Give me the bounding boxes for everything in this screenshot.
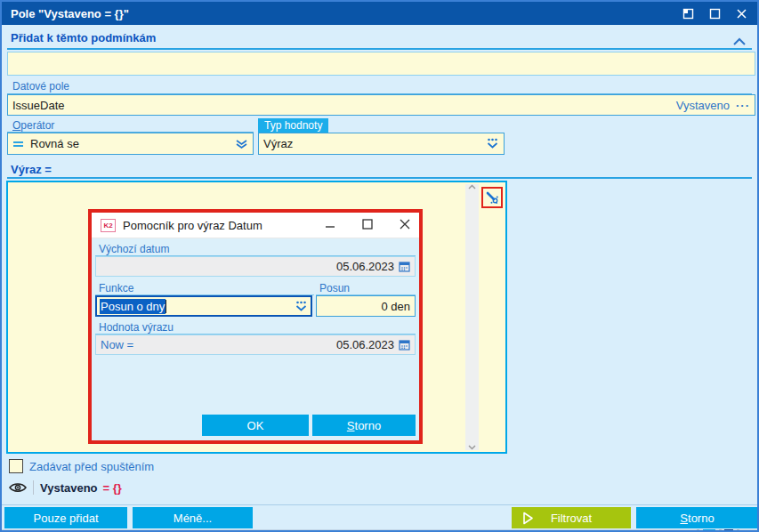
play-icon <box>522 512 534 525</box>
value-type-value: Výraz <box>263 137 293 150</box>
data-field-label: Datové pole <box>12 80 69 93</box>
less-button[interactable]: Méně... <box>133 507 253 528</box>
operator-value: Rovná se <box>30 137 79 150</box>
cancel-button[interactable]: Storno <box>636 507 758 528</box>
data-field-caption: Vystaveno <box>676 99 730 112</box>
dialog-cancel-button[interactable]: Storno <box>312 415 416 436</box>
equals-icon <box>12 140 24 149</box>
dialog-titlebar: K2 Pomocník pro výraz Datum <box>92 213 419 238</box>
operator-label-rest: perátor <box>20 119 54 132</box>
function-value-selected: Posun o dny <box>100 299 166 314</box>
filter-label: Filtrovat <box>551 512 592 525</box>
shift-input[interactable]: 0 den <box>316 295 416 317</box>
dialog-title: Pomocník pro výraz Datum <box>123 219 262 232</box>
default-date-value: 05.06.2023 <box>336 260 394 273</box>
default-date-label: Výchozí datum <box>99 243 169 255</box>
default-date-input[interactable]: 05.06.2023 <box>95 256 416 277</box>
preview-field-value: = {} <box>103 481 122 495</box>
function-label: Funkce <box>99 282 133 294</box>
cancel-rest: torno <box>688 512 715 525</box>
window-controls <box>681 6 748 20</box>
add-conditions-header: Přidat k těmto podmínkám <box>11 31 156 44</box>
dots-chevron-down-icon[interactable] <box>486 138 499 149</box>
calendar-icon[interactable] <box>399 339 410 351</box>
condition-preview-row: Vystaveno = {} <box>9 480 122 495</box>
value-type-combo[interactable]: Výraz <box>258 133 505 155</box>
filter-condition-window: Pole "Vystaveno = {}" Přidat k těmto pod… <box>0 0 759 532</box>
operator-combo[interactable]: Rovná se <box>7 133 254 155</box>
window-titlebar: Pole "Vystaveno = {}" <box>2 2 757 25</box>
date-expression-helper-dialog: K2 Pomocník pro výraz Datum Výchozí datu… <box>88 209 423 444</box>
less-label: Méně... <box>174 512 212 525</box>
operator-label: Operátor <box>12 119 54 132</box>
ok-button-label: OK <box>247 419 264 432</box>
divider <box>7 48 752 50</box>
maximize-window-icon[interactable] <box>707 6 722 20</box>
maximize-dialog-icon[interactable] <box>362 217 373 233</box>
dialog-ok-button[interactable]: OK <box>202 415 309 436</box>
eye-icon[interactable] <box>9 481 27 494</box>
scroll-up-icon <box>468 184 476 189</box>
expression-header: Výraz = <box>11 163 52 176</box>
close-dialog-icon[interactable] <box>400 217 410 233</box>
expression-helper-wand-button[interactable] <box>481 187 503 208</box>
filter-button[interactable]: Filtrovat <box>512 507 631 528</box>
ask-before-run-checkbox[interactable] <box>9 459 23 473</box>
expression-value-prefix: Now = <box>101 338 133 351</box>
expression-scrollbar[interactable] <box>465 184 479 450</box>
restore-window-icon[interactable] <box>681 6 695 20</box>
ask-before-run-label: Zadávat před spuštěním <box>29 460 154 473</box>
lookup-ellipsis-button[interactable]: ··· <box>736 99 750 112</box>
scroll-down-icon <box>468 445 476 450</box>
data-field-input[interactable]: IssueDate Vystaveno ··· <box>7 94 755 116</box>
magic-wand-icon <box>485 190 499 205</box>
add-only-label: Pouze přidat <box>34 512 99 525</box>
shift-label: Posun <box>319 282 350 294</box>
expression-value-input[interactable]: Now = 05.06.2023 <box>95 335 416 355</box>
function-combo[interactable]: Posun o dny <box>95 295 312 317</box>
add-only-button[interactable]: Pouze přidat <box>4 507 127 528</box>
divider <box>33 480 34 495</box>
minimize-dialog-icon[interactable] <box>325 217 335 233</box>
k2-logo-icon: K2 <box>101 219 116 232</box>
expression-value-label: Hodnota výrazu <box>99 321 174 334</box>
divider <box>7 177 752 179</box>
dots-chevron-down-icon[interactable] <box>295 301 308 312</box>
dialog-controls <box>325 217 410 233</box>
chevron-down-icon[interactable] <box>235 139 248 149</box>
value-type-label: Typ hodnoty <box>258 118 328 133</box>
divider <box>2 504 757 505</box>
expression-value-date: 05.06.2023 <box>336 338 394 351</box>
preview-field-name: Vystaveno <box>40 481 98 495</box>
calendar-icon[interactable] <box>399 261 410 272</box>
cancel-accel: S <box>347 419 355 432</box>
window-title: Pole "Vystaveno = {}" <box>11 7 129 20</box>
operator-label-accel: O <box>12 119 20 132</box>
text-caret <box>166 300 166 313</box>
data-field-value: IssueDate <box>12 99 65 112</box>
add-condition-input[interactable] <box>7 52 755 76</box>
cancel-accel: S <box>680 512 688 525</box>
shift-value: 0 den <box>381 300 410 313</box>
close-window-icon[interactable] <box>734 6 748 20</box>
cancel-rest: torno <box>355 419 382 432</box>
